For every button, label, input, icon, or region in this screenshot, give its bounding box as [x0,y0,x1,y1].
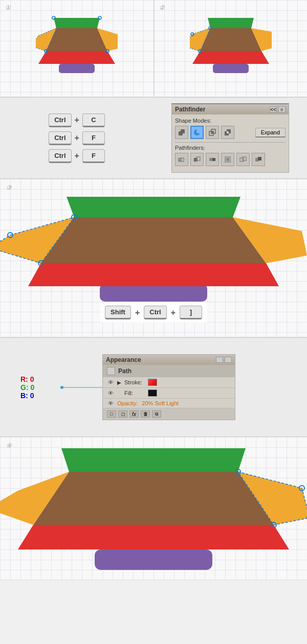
section-1: ① [0,0,154,97]
plus-large-2: + [171,308,176,317]
key-shift[interactable]: Shift [105,306,131,319]
section-num-4: ④ [6,442,12,449]
svg-rect-38 [212,158,215,161]
plus-3: + [75,151,79,160]
svg-marker-2 [46,28,107,51]
pathfinder-menu-btn[interactable]: ≡ [278,106,286,112]
appearance-collapse-btn[interactable] [216,357,223,363]
add-new-effect-btn[interactable]: □ [107,410,116,418]
fill-eye-icon[interactable]: 👁 [107,390,114,396]
svg-rect-23 [181,129,185,133]
fill-color-swatch[interactable] [148,389,157,397]
fill-row: 👁 ▶ Fill: [103,388,235,399]
section-num-2: ② [159,4,165,11]
path-label: Path [118,367,131,375]
pathfinder-outline[interactable] [236,153,250,166]
svg-marker-16 [208,18,254,28]
appearance-title: Appearance [106,356,141,363]
shortcut-row-3: Ctrl + F [49,149,105,163]
clear-appearance-btn[interactable]: ◻ [118,410,127,418]
fx-btn[interactable]: fx [129,410,139,418]
shortcut-row-1: Ctrl + C [49,113,105,127]
key-ctrl-2[interactable]: Ctrl [49,131,71,145]
pathfinder-divide[interactable] [175,153,188,166]
middle-section: Ctrl + C Ctrl + F Ctrl + F Pathfinder <<… [0,97,307,179]
pathfinder-trim[interactable] [190,153,204,166]
pathfinder-divider [175,142,286,143]
opacity-row: 👁 Opacity: 20% Soft Light [103,399,235,408]
pathfinder-titlebar: Pathfinder << ≡ [172,104,289,114]
stroke-row: 👁 ▶ Stroke: [103,377,235,388]
svg-marker-12 [192,51,269,64]
svg-marker-1 [38,51,115,64]
rgb-r-value: R: 0 [20,375,34,383]
appearance-bottom-bar: □ ◻ fx 🗑 ⧉ [103,408,235,420]
opacity-eye-icon[interactable]: 👁 [107,400,114,406]
svg-rect-28 [211,131,213,133]
svg-rect-45 [100,284,207,302]
stroke-expand-arrow[interactable]: ▶ [117,380,121,385]
section-appearance: R: 0 G: 0 B: 0 Appearance Path 👁 ▶ Strok… [0,337,307,437]
shape-modes-row: Expand [175,126,286,139]
pathfinders-label: Pathfinders: [175,145,286,151]
shape-modes-label: Shape Modes: [175,118,286,124]
stroke-color-swatch[interactable] [148,379,157,386]
rgb-b-value: B: 0 [20,392,34,400]
svg-marker-50 [67,197,240,217]
svg-rect-31 [227,131,229,133]
shape-mode-intersect[interactable] [206,126,219,139]
shape-mode-unite[interactable] [175,126,188,139]
duplicate-item-btn[interactable]: ⧉ [152,410,161,418]
key-ctrl-3[interactable]: Ctrl [49,149,71,163]
pathfinder-collapse-btn[interactable]: << [270,106,277,112]
rgb-label: R: 0 G: 0 B: 0 [20,375,34,400]
pathfinder-crop[interactable] [221,153,234,166]
svg-marker-46 [28,263,279,286]
shortcuts-panel: Ctrl + C Ctrl + F Ctrl + F [0,98,154,178]
path-swatch [107,367,115,375]
svg-rect-56 [95,549,212,570]
plus-2: + [75,133,79,143]
expand-button[interactable]: Expand [255,128,286,137]
box-illustration-1 [36,13,118,84]
section-3: ③ Shift + Ctrl + ] [0,179,307,337]
delete-item-btn[interactable]: 🗑 [141,410,150,418]
stroke-eye-icon[interactable]: 👁 [107,379,114,385]
shortcut-row-2: Ctrl + F [49,131,105,145]
svg-marker-57 [18,525,289,549]
svg-marker-58 [33,472,274,525]
rgb-g-value: G: 0 [20,383,34,392]
key-ctrl-1[interactable]: Ctrl [49,113,71,127]
svg-rect-42 [243,157,246,160]
opacity-label: Opacity: [117,400,138,406]
pathfinder-title: Pathfinder [175,106,205,113]
svg-rect-40 [226,158,229,161]
appearance-menu-btn[interactable] [225,357,232,363]
svg-marker-13 [200,28,261,51]
large-shortcut-overlay: Shift + Ctrl + ] [100,303,207,323]
svg-point-25 [196,129,201,133]
bottom-box-area [0,437,307,580]
pathfinder-window: Pathfinder << ≡ Shape Modes: [171,103,289,173]
key-ctrl-large[interactable]: Ctrl [144,306,166,319]
shape-mode-minus-front[interactable] [190,126,204,139]
svg-marker-5 [54,18,100,28]
pathfinder-merge[interactable] [206,153,219,166]
pathfinder-window-controls: << ≡ [270,106,286,112]
stroke-label: Stroke: [124,379,145,385]
fill-label: Fill: [124,390,145,396]
key-f-1[interactable]: F [82,131,105,145]
plus-large-1: + [135,308,140,317]
pathfinder-minus-back[interactable] [252,153,265,166]
opacity-value: 20% Soft Light [142,400,179,406]
svg-rect-37 [209,158,212,161]
svg-rect-44 [258,157,261,160]
key-bracket[interactable]: ] [180,306,202,319]
pathfinder-body: Shape Modes: [172,114,289,172]
key-c[interactable]: C [82,113,105,127]
box-illustration-2 [190,13,272,84]
shape-mode-exclude[interactable] [221,126,234,139]
key-f-2[interactable]: F [82,149,105,163]
section-num-1: ① [5,4,11,11]
svg-rect-11 [213,64,249,73]
